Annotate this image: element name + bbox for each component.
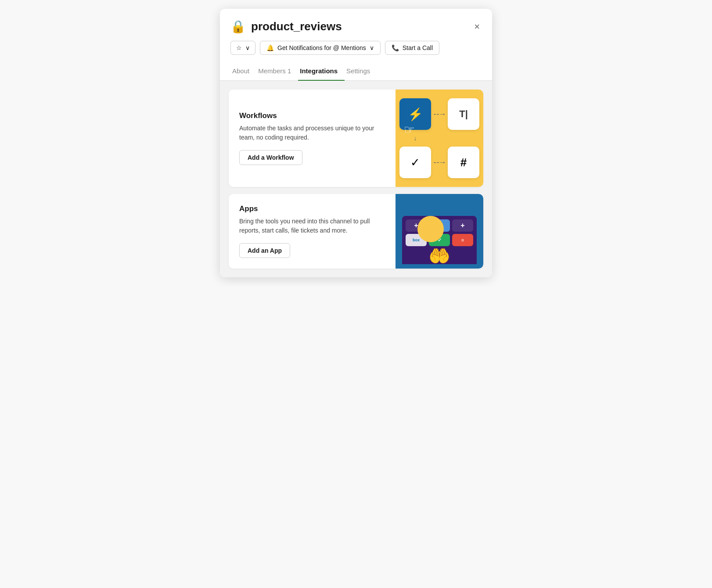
- call-label: Start a Call: [403, 44, 433, 51]
- dropdown-arrow: ∨: [245, 44, 250, 51]
- bell-icon: 🔔: [266, 44, 274, 51]
- check-icon-box: ✓: [399, 147, 431, 178]
- workflow-grid: ⚡ ☞ - -→ T| ↓ ✓ - -→: [398, 97, 481, 180]
- text-icon-box: T|: [448, 98, 479, 130]
- call-button[interactable]: 📞 Start a Call: [385, 41, 439, 55]
- channel-name: product_reviews: [251, 20, 342, 33]
- notifications-button[interactable]: 🔔 Get Notifications for @ Mentions ∨: [260, 41, 381, 55]
- workflows-title: Workflows: [239, 111, 387, 120]
- hand-left: 🤲: [428, 246, 450, 266]
- add-app-button[interactable]: Add an App: [239, 243, 290, 258]
- modal-header: 🔒 product_reviews ×: [220, 9, 492, 34]
- actions-row: ☆ ∨ 🔔 Get Notifications for @ Mentions ∨…: [220, 34, 492, 55]
- star-button[interactable]: ☆ ∨: [230, 41, 255, 55]
- notifications-label: Get Notifications for @ Mentions: [277, 44, 366, 51]
- arrow-right-1: - -→: [434, 110, 446, 119]
- arrow-right-2: - -→: [434, 158, 446, 167]
- apps-title: Apps: [239, 204, 387, 213]
- app-tile-plus-2: +: [452, 219, 473, 232]
- add-workflow-button[interactable]: Add a Workflow: [239, 150, 302, 165]
- apps-content: Apps Bring the tools you need into this …: [229, 194, 396, 269]
- cursor-icon: ☞: [404, 122, 415, 137]
- lightning-icon-box: ⚡ ☞: [399, 98, 431, 130]
- workflows-content: Workflows Automate the tasks and process…: [229, 90, 396, 187]
- tabs-row: About Members 1 Integrations Settings: [220, 57, 492, 81]
- tab-settings[interactable]: Settings: [345, 64, 377, 81]
- modal-body: Workflows Automate the tasks and process…: [220, 81, 492, 277]
- phone-icon: 📞: [392, 44, 399, 51]
- close-button[interactable]: ×: [472, 20, 482, 33]
- apps-card: Apps Bring the tools you need into this …: [229, 194, 483, 269]
- workflows-description: Automate the tasks and processes unique …: [239, 124, 387, 142]
- apps-illustration: + ☁ + box ✓ ≡ 🤲: [396, 194, 483, 269]
- workflows-card: Workflows Automate the tasks and process…: [229, 90, 483, 187]
- tab-members[interactable]: Members 1: [256, 64, 298, 81]
- tab-about[interactable]: About: [230, 64, 256, 81]
- apps-description: Bring the tools you need into this chann…: [239, 217, 387, 235]
- modal: 🔒 product_reviews × ☆ ∨ 🔔 Get Notificati…: [220, 9, 492, 277]
- workflows-illustration: ⚡ ☞ - -→ T| ↓ ✓ - -→: [396, 90, 483, 187]
- app-tile-list: ≡: [452, 234, 473, 246]
- notifications-dropdown-arrow: ∨: [370, 44, 374, 51]
- hands-illustration: 🤲: [428, 246, 450, 266]
- tab-integrations[interactable]: Integrations: [298, 64, 345, 81]
- yellow-circle: [417, 216, 444, 242]
- hash-icon-box: #: [448, 147, 479, 178]
- title-row: 🔒 product_reviews: [230, 19, 342, 34]
- lock-icon: 🔒: [230, 19, 246, 34]
- star-icon: ☆: [236, 44, 242, 51]
